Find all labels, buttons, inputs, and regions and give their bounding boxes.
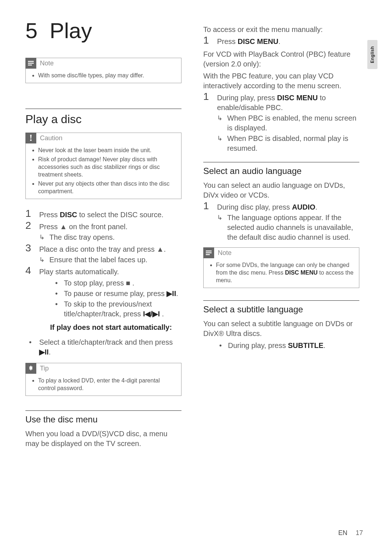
chapter-heading: 5 Play xyxy=(25,18,181,43)
note-box: Note With some disc/file types, play may… xyxy=(25,58,181,83)
page-footer: EN 17 xyxy=(338,529,363,537)
section-play-a-disc: Play a disc xyxy=(25,109,181,126)
play-disc-steps: Press DISC to select the DISC source. Pr… xyxy=(25,210,181,332)
subtitle-item: During play, press SUBTITLE. xyxy=(203,341,359,351)
subsection-disc-menu: Use the disc menu xyxy=(25,410,181,425)
audio-note-item: For some DVDs, the language can only be … xyxy=(216,261,354,284)
stop-icon: ■ xyxy=(126,279,130,287)
chapter-title: Play xyxy=(50,19,92,43)
audio-step-1: During disc play, press AUDIO. The langu… xyxy=(203,202,359,242)
left-column: 5 Play Note Wit xyxy=(25,18,181,451)
step-4-stop: To stop play, press ■ . xyxy=(39,278,181,288)
note-title: Note xyxy=(40,60,54,67)
step-2: Press ▲ on the front panel. The disc tra… xyxy=(25,222,181,242)
note-icon xyxy=(25,58,36,69)
disc-menu-intro: When you load a DVD/(S)VCD disc, a menu … xyxy=(25,429,181,449)
tip-item: To play a locked DVD, enter the 4-digit … xyxy=(38,377,176,392)
step-3: Place a disc onto the tray and press ▲. … xyxy=(25,244,181,265)
caution-title: Caution xyxy=(40,134,62,142)
tip-icon xyxy=(25,363,36,374)
skip-icon: I◀/▶I xyxy=(143,310,160,318)
tip-title: Tip xyxy=(40,365,49,372)
step-4: Play starts automatically. To stop play,… xyxy=(25,267,181,332)
eject-icon: ▲ xyxy=(157,245,164,253)
step-1: Press DISC to select the DISC source. xyxy=(25,210,181,220)
caution-item: Never look at the laser beam inside the … xyxy=(38,146,176,154)
step-3-result: Ensure that the label faces up. xyxy=(39,255,181,265)
audio-note-title: Note xyxy=(218,249,232,257)
play-pause-icon: ▶II xyxy=(167,289,176,297)
audio-note-box: Note For some DVDs, the language can onl… xyxy=(203,247,359,288)
note-item: With some disc/file types, play may diff… xyxy=(38,72,176,79)
right-column: To access or exit the menu manually: Pre… xyxy=(203,18,359,451)
subsection-subtitle-language: Select a subtitle language xyxy=(203,300,359,315)
step-4-pause: To pause or resume play, press ▶II. xyxy=(39,289,181,299)
audio-result: The language options appear. If the sele… xyxy=(217,213,359,242)
tip-box: Tip To play a locked DVD, enter the 4-di… xyxy=(25,363,181,396)
vcd-result-disabled: When PBC is disabled, normal play is res… xyxy=(217,134,359,153)
caution-box: ! Caution Never look at the laser beam i… xyxy=(25,133,181,199)
subsection-audio-language: Select an audio language xyxy=(203,162,359,176)
if-no-autoplay: If play does not start automatically: xyxy=(39,323,181,332)
vcd-pbc-heading: For VCD with PlayBack Control (PBC) feat… xyxy=(203,49,359,69)
play-pause-icon: ▶II xyxy=(39,348,49,356)
if-no-autoplay-item: Select a title/chapter/track and then pr… xyxy=(25,337,181,357)
manual-menu-heading: To access or exit the menu manually: xyxy=(203,25,359,35)
vcd-result-enabled: When PBC is enabled, the menu screen is … xyxy=(217,113,359,133)
subtitle-intro: You can select a subtitle language on DV… xyxy=(203,319,359,339)
vcd-pbc-intro: With the PBC feature, you can play VCD i… xyxy=(203,71,359,91)
step-2-result: The disc tray opens. xyxy=(39,232,181,242)
chapter-number: 5 xyxy=(25,18,44,43)
caution-item: Risk of product damage! Never play discs… xyxy=(38,155,176,178)
if-no-autoplay-list: Select a title/chapter/track and then pr… xyxy=(25,337,181,357)
vcd-step-1: During play, press DISC MENU to enable/d… xyxy=(203,93,359,153)
eject-icon: ▲ xyxy=(60,223,67,231)
footer-language: EN xyxy=(338,529,347,536)
note-icon xyxy=(203,247,214,258)
footer-page-number: 17 xyxy=(356,529,363,536)
language-tab-label: English xyxy=(370,46,375,63)
step-4-skip: To skip to the previous/next title/chapt… xyxy=(39,299,181,319)
caution-icon: ! xyxy=(25,133,36,143)
manual-step-1: Press DISC MENU. xyxy=(203,37,359,46)
audio-intro: You can select an audio language on DVDs… xyxy=(203,181,359,200)
caution-item: Never put any objects other than discs i… xyxy=(38,180,176,195)
language-tab: English xyxy=(367,40,377,69)
